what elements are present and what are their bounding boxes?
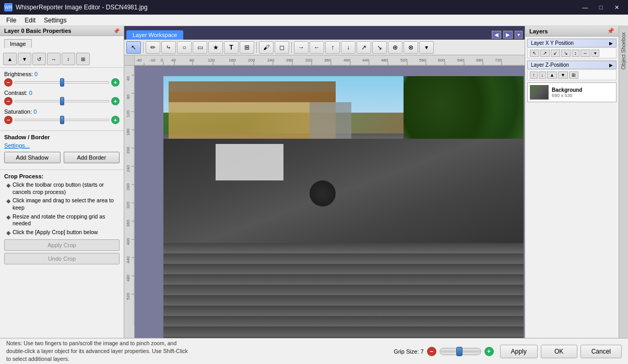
svg-text:480: 480 [126, 274, 131, 282]
z-tool-4[interactable]: ▼ [558, 71, 568, 79]
contrast-slider[interactable] [15, 97, 109, 105]
tool-zoom-out[interactable]: ⊗ [404, 41, 418, 54]
flip-v-btn[interactable]: ↕ [62, 53, 75, 65]
brightness-plus[interactable]: + [111, 78, 120, 87]
grid-btn[interactable]: ⊞ [76, 53, 90, 65]
svg-text:80: 80 [189, 58, 194, 63]
tab-nav-menu[interactable]: ▾ [515, 31, 523, 39]
canvas-inner [135, 66, 525, 338]
xy-tool-1[interactable]: ↖ [530, 50, 539, 57]
layer-xy-expand-icon: ▶ [609, 41, 613, 46]
svg-text:560: 560 [419, 58, 426, 63]
menu-edit[interactable]: Edit [20, 16, 40, 25]
undo-crop-button[interactable]: Undo Crop [4, 253, 120, 264]
svg-text:360: 360 [126, 220, 131, 227]
tool-pencil[interactable]: ✏ [146, 41, 160, 54]
tool-lasso[interactable]: ⤷ [161, 41, 176, 54]
ruler-corner [124, 55, 135, 66]
saturation-plus[interactable]: + [111, 116, 120, 124]
saturation-row: Saturation: 0 − + [4, 108, 120, 124]
grip-increase-button[interactable]: + [484, 347, 494, 356]
tool-brush[interactable]: 🖌 [259, 41, 274, 54]
svg-text:120: 120 [126, 110, 131, 117]
tab-nav-next[interactable]: ▶ [503, 31, 513, 39]
z-tool-1[interactable]: ↑ [530, 71, 538, 79]
maximize-button[interactable]: □ [594, 2, 608, 13]
menu-settings[interactable]: Settings [40, 16, 70, 25]
settings-link[interactable]: Settings... [4, 142, 120, 149]
xy-tool-5[interactable]: ↕ [572, 50, 579, 57]
notes-line1: Notes: Use two fingers to pan/scroll the… [6, 340, 176, 346]
cancel-button[interactable]: Cancel [580, 345, 622, 358]
xy-tool-2[interactable]: ↗ [540, 50, 550, 57]
apply-crop-button[interactable]: Apply Crop [4, 239, 120, 251]
brightness-minus[interactable]: − [4, 78, 13, 87]
tool-ellipse[interactable]: ○ [177, 41, 192, 54]
apply-button[interactable]: Apply [500, 345, 538, 358]
left-panel-pin-icon[interactable]: 📌 [113, 28, 120, 34]
tool-text[interactable]: T [224, 41, 239, 54]
add-shadow-button[interactable]: Add Shadow [4, 152, 61, 163]
tool-arrow-ur[interactable]: ↗ [357, 41, 371, 54]
menu-file[interactable]: File [2, 16, 20, 25]
grip-slider[interactable] [440, 348, 481, 355]
ok-button[interactable]: OK [541, 345, 577, 358]
tool-rectangle[interactable]: ▭ [193, 41, 207, 54]
add-border-button[interactable]: Add Border [64, 152, 120, 163]
minimize-button[interactable]: — [578, 2, 593, 13]
xy-tool-4[interactable]: ↘ [561, 50, 571, 57]
photo-image [163, 76, 524, 338]
brighten-up-btn[interactable]: ▲ [3, 53, 17, 65]
tool-arrow-right[interactable]: → [294, 41, 309, 54]
saturation-slider[interactable] [15, 116, 109, 124]
close-button[interactable]: ✕ [609, 2, 624, 13]
layer-xy-header[interactable]: Layer X Y Position ▶ [527, 39, 617, 47]
image-tab[interactable]: Image [4, 39, 32, 48]
rotate-btn[interactable]: ↺ [32, 53, 46, 65]
svg-text:720: 720 [495, 58, 502, 63]
flip-h-btn[interactable]: ↔ [47, 53, 61, 65]
tool-pointer[interactable]: ↖ [126, 41, 141, 54]
contrast-minus[interactable]: − [4, 97, 13, 105]
layer-z-header[interactable]: Layer Z-Position ▶ [527, 60, 617, 69]
svg-text:40: 40 [171, 58, 176, 63]
contrast-thumb[interactable] [60, 97, 64, 105]
tool-grid[interactable]: ⊞ [240, 41, 254, 54]
tab-nav-prev[interactable]: ◀ [492, 31, 501, 39]
tool-arrow-dr[interactable]: ↘ [372, 41, 387, 54]
saturation-minus[interactable]: − [4, 116, 13, 124]
layer-xy-tools: ↖ ↗ ↙ ↘ ↕ ↔ ▾ [527, 48, 617, 58]
left-panel-header: Layer 0 Basic Properties 📌 [0, 26, 124, 36]
layer-item-background[interactable]: Background 690 x 530 [527, 82, 617, 102]
grip-thumb[interactable] [456, 347, 463, 356]
tool-arrow-down[interactable]: ↓ [341, 41, 356, 54]
layer-workspace-tab[interactable]: Layer Workspace [126, 30, 183, 40]
brighten-down-btn[interactable]: ▼ [18, 53, 31, 65]
saturation-thumb[interactable] [60, 116, 64, 124]
z-tool-3[interactable]: ▲ [547, 71, 557, 79]
z-tool-5[interactable]: ⊞ [569, 71, 578, 79]
brightness-slider[interactable] [15, 78, 109, 87]
svg-text:640: 640 [457, 58, 465, 63]
toolbar-divider-2 [256, 42, 257, 53]
contrast-plus[interactable]: + [111, 97, 120, 105]
grip-decrease-button[interactable]: − [427, 347, 436, 356]
canvas-area[interactable] [135, 66, 525, 338]
tool-star[interactable]: ★ [208, 41, 223, 54]
photo-canvas[interactable] [163, 76, 524, 338]
xy-tool-7[interactable]: ▾ [591, 50, 599, 57]
tool-arrow-up[interactable]: ↑ [325, 41, 340, 54]
tool-more[interactable]: ▾ [419, 41, 434, 54]
crop-step-2-text: Click image and drag to select the area … [13, 197, 120, 211]
tool-eraser[interactable]: ◻ [275, 41, 289, 54]
brightness-thumb[interactable] [60, 78, 64, 87]
image-tab-section: Image [0, 36, 124, 51]
diamond-icon-3: ◆ [6, 214, 10, 221]
tool-arrow-left[interactable]: ← [310, 41, 324, 54]
workspace-tabs: Layer Workspace ◀ ▶ ▾ [124, 26, 525, 40]
xy-tool-6[interactable]: ↔ [580, 50, 590, 57]
window-title: WhisperReporter Image Editor - DSCN4981.… [16, 4, 578, 11]
xy-tool-3[interactable]: ↙ [551, 50, 560, 57]
tool-zoom-in[interactable]: ⊕ [388, 41, 402, 54]
z-tool-2[interactable]: ↓ [539, 71, 547, 79]
